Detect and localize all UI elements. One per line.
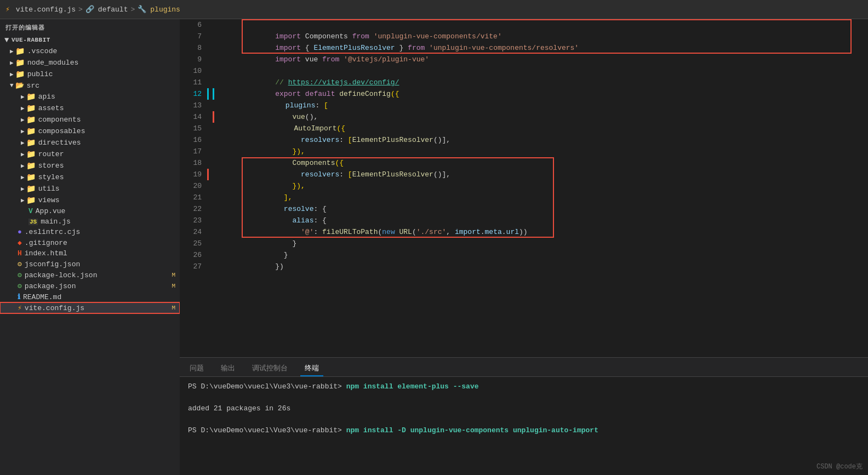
sidebar-item-composables[interactable]: ▶ 📁 composables: [0, 125, 180, 137]
chevron-icon: ▶: [10, 48, 14, 55]
code-line-26: }): [215, 249, 868, 261]
code-line-27: [215, 261, 868, 272]
readme-icon: ℹ: [18, 293, 20, 301]
tab-output[interactable]: 输出: [216, 360, 239, 376]
code-line-11: export default defineConfig({: [215, 77, 868, 88]
modified-badge: M: [172, 305, 175, 311]
item-label: package.json: [25, 282, 172, 290]
chevron-icon: ▶: [21, 197, 25, 204]
chevron-icon: ▶: [21, 162, 25, 169]
breadcrumb-icon3: 🔧: [138, 5, 146, 14]
sidebar-item-public[interactable]: ▶ 📁 public: [0, 68, 180, 80]
folder-icon: 📁: [15, 70, 25, 79]
sidebar-item-package-lock[interactable]: ⚙ package-lock.json M: [0, 270, 180, 281]
code-line-16: }),: [215, 134, 868, 146]
ln-27: 27: [180, 261, 202, 272]
sidebar-item-eslintrc[interactable]: ● .eslintrc.cjs: [0, 227, 180, 237]
terminal-line-3: added 21 packages in 26s: [188, 403, 860, 414]
ln-24: 24: [180, 226, 202, 238]
item-label: .gitignore: [25, 239, 67, 247]
tab-terminal[interactable]: 终端: [300, 360, 323, 376]
ln-25: 25: [180, 238, 202, 249]
ln-6: 6: [180, 19, 202, 31]
ln-16: 16: [180, 134, 202, 146]
ln-10: 10: [180, 65, 202, 77]
ln-20: 20: [180, 180, 202, 192]
sidebar-item-vite-config[interactable]: ⚡ vite.config.js M: [0, 302, 180, 313]
folder-icon: 📁: [26, 104, 36, 113]
right-content: 6 7 8 9 10 11 12 13 14 15 16 17 18 19: [180, 19, 868, 475]
json-icon: ⚙: [18, 260, 22, 268]
code-line-24: }: [215, 226, 868, 238]
tab-problems[interactable]: 问题: [185, 360, 208, 376]
item-label: router: [38, 150, 64, 158]
code-content: 6 7 8 9 10 11 12 13 14 15 16 17 18 19: [180, 19, 868, 357]
sidebar-item-stores[interactable]: ▶ 📁 stores: [0, 160, 180, 171]
ln-12: 12: [180, 88, 202, 100]
ln-22: 22: [180, 203, 202, 215]
item-label: .vscode: [27, 47, 58, 55]
terminal-line-4: [188, 414, 860, 425]
main-layout: 打开的编辑器 ▼ VUE-RABBIT ▶ 📁 .vscode ▶ 📁 node…: [0, 19, 868, 475]
sidebar-item-gitignore[interactable]: ◆ .gitignore: [0, 237, 180, 248]
chevron-icon: ▶: [21, 93, 25, 100]
package-icon: ⚙: [18, 282, 22, 290]
item-label: .eslintrc.cjs: [25, 228, 80, 236]
terminal-line-5: PS D:\vueDemo\vuecl\Vue3\vue-rabbit> npm…: [188, 425, 860, 436]
code-line-9: [215, 54, 868, 65]
sidebar-item-assets[interactable]: ▶ 📁 assets: [0, 102, 180, 114]
arrow-line-indicator: [207, 169, 209, 180]
sidebar-item-index-html[interactable]: H index.html: [0, 248, 180, 259]
sidebar-item-utils[interactable]: ▶ 📁 utils: [0, 183, 180, 194]
breadcrumb-icon2: 🔗: [85, 5, 94, 14]
sidebar-item-main-js[interactable]: JS main.js: [0, 216, 180, 227]
item-label: README.md: [23, 293, 61, 301]
sidebar-item-vscode[interactable]: ▶ 📁 .vscode: [0, 45, 180, 57]
sidebar-item-apis[interactable]: ▶ 📁 apis: [0, 91, 180, 102]
sidebar-item-package-json[interactable]: ⚙ package.json M: [0, 281, 180, 291]
js-icon: JS: [28, 219, 38, 225]
chevron-icon: ▶: [21, 139, 25, 146]
ln-17: 17: [180, 146, 202, 157]
terminal-line-2: [188, 392, 860, 403]
sidebar-item-app-vue[interactable]: V App.vue: [0, 206, 180, 216]
sidebar-item-components[interactable]: ▶ 📁 components: [0, 114, 180, 125]
ln-15: 15: [180, 123, 202, 134]
code-line-6: import Components from 'unplugin-vue-com…: [215, 19, 868, 31]
folder-icon: 📁: [26, 115, 36, 124]
project-label: VUE-RABBIT: [12, 37, 50, 43]
sidebar-item-directives[interactable]: ▶ 📁 directives: [0, 137, 180, 148]
chevron-icon: ▶: [21, 151, 25, 158]
folder-icon: 📁: [26, 150, 36, 159]
chevron-icon: ▼: [4, 36, 9, 44]
sidebar-item-styles[interactable]: ▶ 📁 styles: [0, 171, 180, 183]
sidebar-item-router[interactable]: ▶ 📁 router: [0, 148, 180, 160]
breadcrumb-icon: ⚡: [5, 5, 10, 14]
item-label: assets: [38, 104, 64, 112]
sidebar-item-views[interactable]: ▶ 📁 views: [0, 194, 180, 206]
active-line-indicator: [207, 88, 209, 100]
sidebar-item-readme[interactable]: ℹ README.md: [0, 291, 180, 302]
ln-18: 18: [180, 157, 202, 169]
code-line-18: resolvers: [ElementPlusResolver()],: [215, 157, 868, 169]
ln-14: 14: [180, 111, 202, 123]
code-line-10: // https://vitejs.dev/config/: [215, 65, 868, 77]
folder-icon: 📁: [26, 184, 36, 193]
code-editor[interactable]: import Components from 'unplugin-vue-com…: [207, 19, 868, 357]
item-label: package-lock.json: [25, 271, 172, 279]
sidebar-item-node-modules[interactable]: ▶ 📁 node_modules: [0, 57, 180, 68]
editor-tab-bar: ⚡ vite.config.js > 🔗 default > 🔧 plugins: [0, 0, 868, 19]
folder-icon: 📁: [15, 47, 25, 56]
item-label: jsconfig.json: [25, 260, 80, 268]
sidebar-item-src[interactable]: ▼ 📂 src: [0, 80, 180, 91]
editor-area: 6 7 8 9 10 11 12 13 14 15 16 17 18 19: [180, 19, 868, 357]
chevron-icon: ▶: [21, 116, 25, 123]
sidebar-item-project[interactable]: ▼ VUE-RABBIT: [0, 35, 180, 45]
sidebar-item-jsconfig[interactable]: ⚙ jsconfig.json: [0, 259, 180, 270]
tab-debug-console[interactable]: 调试控制台: [248, 360, 292, 376]
code-line-8: import vue from '@vitejs/plugin-vue': [215, 42, 868, 54]
code-line-14: AutoImport({: [213, 111, 868, 123]
breadcrumb: ⚡ vite.config.js > 🔗 default > 🔧 plugins: [5, 5, 180, 14]
folder-icon: 📁: [26, 138, 36, 147]
code-line-15: resolvers: [ElementPlusResolver()],: [215, 123, 868, 134]
